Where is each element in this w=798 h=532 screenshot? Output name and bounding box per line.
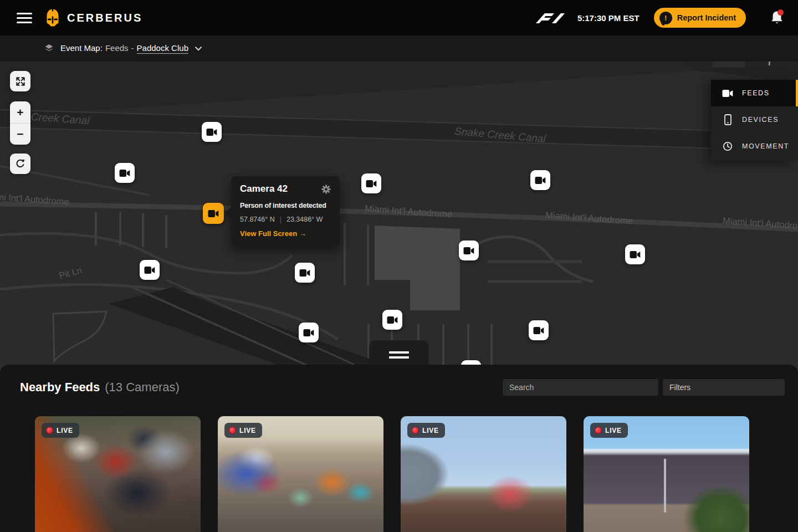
report-incident-button[interactable]: ! Report Incident [654, 8, 746, 28]
feed-card[interactable]: LIVE [218, 416, 383, 532]
camera-marker[interactable] [530, 170, 550, 190]
cluster-bar [389, 351, 409, 354]
menu-item-devices[interactable]: DEVICES [711, 106, 798, 133]
camera-count: (13 Cameras) [105, 380, 179, 395]
live-label: LIVE [57, 427, 73, 434]
camera-tooltip: Camera 42 [231, 176, 340, 246]
breadcrumb: Event Map: Feeds - Paddock Club [60, 43, 188, 54]
feed-card-row: LIVE LIVE LIVE [35, 416, 749, 532]
video-camera-icon [119, 169, 130, 177]
camera-marker[interactable] [459, 241, 479, 260]
panel-title: Nearby Feeds [20, 380, 100, 395]
clock-icon [722, 141, 734, 151]
alert-text: Person of interest detected [240, 202, 331, 209]
filters-label: Filters [669, 383, 690, 392]
camera-marker[interactable] [140, 260, 160, 280]
camera-marker[interactable] [295, 263, 315, 283]
hamburger-menu-icon[interactable] [17, 13, 32, 23]
camera-marker[interactable] [361, 173, 381, 193]
filters-dropdown[interactable]: Filters [663, 379, 785, 396]
view-full-screen-link[interactable]: View Full Screen → [240, 229, 331, 238]
refresh-icon [15, 158, 25, 169]
camera-coordinates: 57.8746° N | 23.3486° W [240, 216, 331, 223]
camera-marker[interactable] [202, 122, 222, 142]
menu-item-label: FEEDS [742, 89, 770, 97]
video-camera-icon [303, 329, 314, 337]
zoom-control: + − [10, 101, 30, 145]
video-camera-icon [387, 316, 398, 324]
map-selector-dropdown[interactable]: Event Map: Feeds - Paddock Club [44, 43, 202, 54]
video-camera-icon [533, 326, 544, 335]
video-camera-icon [630, 250, 641, 259]
camera-marker[interactable] [625, 244, 645, 264]
camera-marker[interactable] [529, 320, 549, 340]
zoom-out-button[interactable]: − [10, 123, 30, 145]
nearby-feeds-header: Nearby Feeds (13 Cameras) Filters [0, 365, 798, 396]
latitude-value: 57.8746° N [240, 216, 275, 223]
gear-icon[interactable] [321, 185, 331, 194]
video-camera-icon [208, 209, 219, 218]
recording-dot-icon [595, 427, 601, 433]
zoom-in-button[interactable]: + [10, 101, 30, 123]
expand-icon [16, 76, 25, 86]
video-camera-icon [299, 269, 310, 277]
video-camera-icon [722, 89, 734, 98]
menu-item-feeds[interactable]: FEEDS [711, 80, 798, 106]
camera-tooltip-title: Camera 42 [240, 183, 288, 195]
cerberus-helmet-icon [45, 9, 60, 27]
notification-badge [777, 9, 784, 16]
fullscreen-map-button[interactable] [10, 71, 30, 91]
live-label: LIVE [422, 427, 439, 434]
recording-dot-icon [412, 427, 418, 433]
video-camera-icon [206, 128, 217, 136]
menu-item-label: MOVEMENT [742, 142, 789, 150]
recording-dot-icon [47, 427, 53, 433]
live-badge: LIVE [407, 423, 445, 438]
video-camera-icon [366, 180, 377, 188]
camera-marker[interactable] [115, 163, 135, 183]
refresh-map-button[interactable] [10, 154, 30, 174]
video-camera-icon [463, 247, 474, 255]
breadcrumb-separator: - [131, 43, 134, 53]
clock: 5:17:30 PM EST [577, 13, 640, 23]
cluster-bar [389, 356, 409, 359]
feed-card[interactable]: LIVE [584, 416, 749, 532]
layers-icon [44, 44, 54, 53]
brand: CERBERUS [45, 9, 142, 27]
alert-bubble-icon: ! [659, 12, 672, 24]
longitude-value: 23.3486° W [287, 216, 323, 223]
f1-logo-icon [533, 12, 565, 24]
live-label: LIVE [239, 427, 256, 434]
video-camera-icon [144, 266, 155, 274]
notifications-button[interactable] [770, 11, 784, 25]
live-label: LIVE [605, 427, 622, 434]
menu-item-label: DEVICES [742, 116, 779, 124]
app-window: e Creek Canal Snake Creek Canal ami Int'… [0, 0, 798, 532]
top-bar: CERBERUS 5:17:30 PM EST ! Report Inciden… [0, 0, 798, 35]
camera-marker-selected[interactable] [203, 203, 224, 224]
feed-card[interactable]: LIVE [401, 416, 566, 532]
coords-separator: | [280, 216, 282, 223]
search-input[interactable] [503, 379, 658, 396]
camera-marker[interactable] [382, 310, 402, 330]
breadcrumb-bar: Event Map: Feeds - Paddock Club [0, 35, 798, 62]
chevron-down-icon[interactable] [195, 47, 202, 51]
recording-dot-icon [229, 427, 236, 433]
video-camera-icon [535, 176, 546, 185]
breadcrumb-location-link[interactable]: Paddock Club [137, 43, 188, 54]
smartphone-icon [722, 114, 734, 125]
feed-card[interactable]: LIVE [35, 416, 201, 532]
menu-item-movement[interactable]: MOVEMENT [711, 133, 798, 160]
breadcrumb-label: Event Map: [60, 43, 103, 53]
top-bar-right: 5:17:30 PM EST ! Report Incident [533, 8, 784, 28]
brand-name: CERBERUS [67, 12, 142, 24]
breadcrumb-section: Feeds [105, 43, 129, 53]
live-badge: LIVE [42, 423, 79, 438]
map-layers-menu: FEEDS DEVICES MOVEMENT [711, 79, 798, 161]
camera-marker[interactable] [299, 323, 319, 342]
live-badge: LIVE [590, 423, 628, 438]
live-badge: LIVE [224, 423, 262, 438]
nearby-feeds-panel: Nearby Feeds (13 Cameras) Filters LIVE L… [0, 365, 798, 532]
report-incident-label: Report Incident [677, 13, 736, 22]
